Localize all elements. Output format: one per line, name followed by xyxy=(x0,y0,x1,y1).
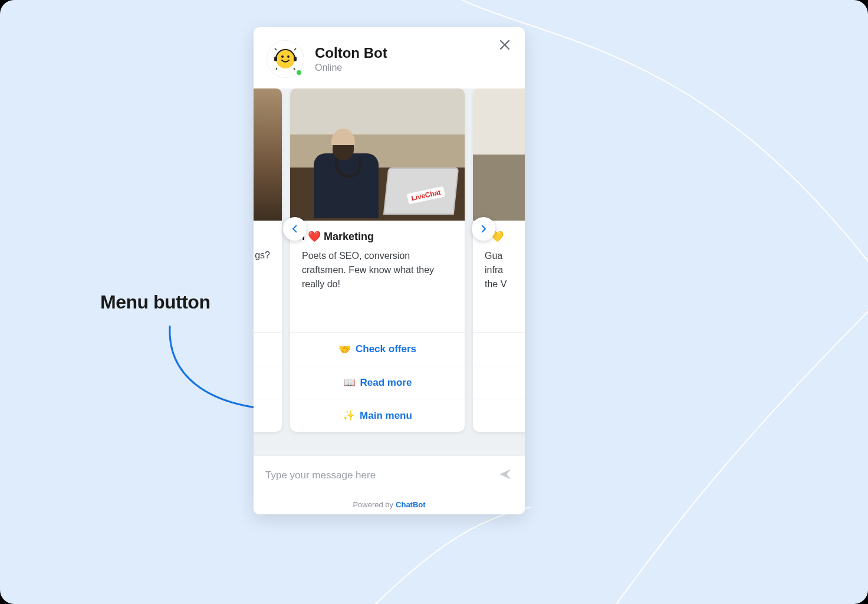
card-actions xyxy=(254,332,282,432)
bot-avatar xyxy=(267,40,304,78)
svg-rect-4 xyxy=(294,57,297,61)
annotation-label: Menu button xyxy=(100,291,210,313)
card-desc-fragment: Gua infra the V xyxy=(485,249,525,291)
card-title xyxy=(254,230,270,242)
footer-prefix: Powered by xyxy=(353,500,393,509)
book-icon: 📖 xyxy=(343,376,356,389)
card-desc-fragment: gs? xyxy=(254,248,270,262)
carousel-card-next[interactable]: I 💛 Gua infra the V xyxy=(473,88,525,432)
card-action-read-more[interactable]: 📖 Read more xyxy=(290,366,465,399)
card-action-main-menu[interactable]: ✨ Main menu xyxy=(290,399,465,432)
card-action-label: Main menu xyxy=(360,410,412,422)
send-icon xyxy=(498,467,513,482)
carousel-next-button[interactable] xyxy=(472,217,495,241)
chevron-left-icon xyxy=(290,224,300,234)
bot-name: Colton Bot xyxy=(315,45,387,61)
bot-status: Online xyxy=(315,63,387,73)
svg-rect-3 xyxy=(274,57,277,61)
card-action-label: Read more xyxy=(360,377,412,389)
message-input[interactable] xyxy=(265,470,492,481)
close-icon xyxy=(498,38,512,52)
card-action[interactable] xyxy=(254,333,282,366)
card-actions xyxy=(473,332,525,432)
card-action-check-offers[interactable]: 🤝 Check offers xyxy=(290,333,465,366)
card-action[interactable] xyxy=(473,399,525,432)
carousel-card-prev[interactable]: gs? xyxy=(254,88,282,432)
page-background: Menu button Colton Bot Online xyxy=(0,0,868,604)
carousel-prev-button[interactable] xyxy=(283,217,307,241)
widget-footer: Powered by ChatBot xyxy=(254,494,525,514)
svg-point-1 xyxy=(281,55,284,58)
card-carousel[interactable]: gs? LiveChat xyxy=(254,88,525,432)
card-image xyxy=(473,88,525,221)
svg-point-2 xyxy=(287,55,290,58)
card-action[interactable] xyxy=(254,366,282,399)
card-action-label: Check offers xyxy=(356,343,416,355)
handshake-icon: 🤝 xyxy=(338,343,351,356)
card-body: I ❤️ Marketing Poets of SEO, conversion … xyxy=(290,221,465,332)
card-description: Poets of SEO, conversion craftsmen. Few … xyxy=(302,249,453,291)
carousel-card-active[interactable]: LiveChat I ❤️ Marketing Poets of SEO, co… xyxy=(290,88,465,432)
card-action[interactable] xyxy=(473,333,525,366)
online-status-dot xyxy=(295,69,303,76)
bot-avatar-icon xyxy=(272,46,298,72)
close-button[interactable] xyxy=(498,38,514,54)
card-actions: 🤝 Check offers 📖 Read more ✨ Main menu xyxy=(290,332,465,432)
sparkles-icon: ✨ xyxy=(343,409,355,422)
chevron-right-icon xyxy=(478,224,489,234)
widget-body: gs? LiveChat xyxy=(254,88,525,455)
header-title-block: Colton Bot Online xyxy=(315,45,387,73)
card-action[interactable] xyxy=(473,366,525,399)
card-action[interactable] xyxy=(254,399,282,432)
card-image: LiveChat xyxy=(290,88,465,221)
widget-header: Colton Bot Online xyxy=(254,27,525,88)
card-image-person-illustration xyxy=(308,120,379,215)
card-image xyxy=(254,88,282,221)
footer-brand-link[interactable]: ChatBot xyxy=(396,500,426,509)
card-title: I ❤️ Marketing xyxy=(302,230,453,243)
message-input-bar xyxy=(254,455,525,494)
card-body: gs? xyxy=(254,221,282,332)
send-button[interactable] xyxy=(492,467,513,484)
chat-widget: Colton Bot Online xyxy=(254,27,525,514)
